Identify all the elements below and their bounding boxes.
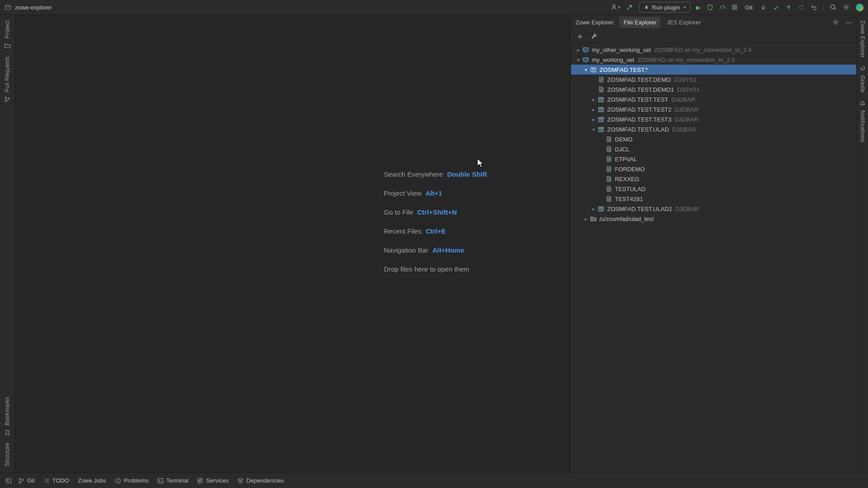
stripe-label: Notifications [859, 110, 866, 142]
stripe-item-gradle[interactable]: Gradle [859, 65, 866, 93]
left-stripe-top: ProjectPull Requests [4, 20, 11, 103]
statusbar-item-terminal[interactable]: Terminal [157, 477, 189, 484]
tree-item-suffix: D3DBAR [675, 116, 698, 123]
profiler-button[interactable] [719, 4, 726, 11]
git-push-button[interactable] [785, 4, 792, 11]
tree-row[interactable]: ZOSMFAD.TEST.DEMOD3SYS1 [571, 75, 856, 84]
statusbar-item-zowe-jobs[interactable]: Zowe Jobs [78, 477, 106, 484]
tab-file-explorer[interactable]: File Explorer [619, 17, 660, 28]
run-button[interactable]: ▶ [696, 5, 701, 10]
member-icon [605, 145, 613, 153]
tree-row[interactable]: ETPVAL [571, 154, 856, 164]
user-account-icon[interactable]: ▾ [610, 4, 621, 11]
settings-gear-icon[interactable] [843, 4, 850, 11]
statusbar-item-services[interactable]: Services [197, 477, 229, 484]
chevron-right-icon[interactable]: ▸ [590, 206, 597, 211]
chevron-right-icon[interactable]: ▸ [590, 117, 597, 122]
chevron-right-icon[interactable]: ▸ [582, 216, 590, 221]
working-set-icon [582, 56, 590, 63]
build-hammer-icon[interactable] [626, 4, 633, 11]
tree-item-suffix: D3DBAR [675, 206, 699, 212]
statusbar-item-git[interactable]: Git [18, 477, 35, 484]
tree-row[interactable]: TEST4281 [571, 194, 856, 204]
chevron-right-icon[interactable]: ▸ [590, 107, 597, 112]
window-title: zowe-explorer [15, 4, 52, 11]
app-window-icon [5, 4, 11, 11]
tree-row[interactable]: ▸ZOSMFAD.TEST.TEST3D3DBAR [571, 114, 856, 124]
tree-row[interactable]: ▸ZOSMFAD.TEST.TEST2D3DBAR [571, 104, 856, 114]
panel-settings-gear-icon[interactable] [832, 19, 839, 26]
add-icon[interactable] [577, 33, 583, 40]
statusbar-item-label: Problems [124, 477, 149, 484]
stripe-item-project[interactable]: Project [4, 20, 11, 49]
tree-item-label: /u/zosmfad/ulad_test [599, 216, 654, 222]
stripe-item-structure[interactable]: Structure [4, 443, 10, 466]
shortcut-hint-key[interactable]: Alt+Home [432, 246, 464, 254]
run-configuration-select[interactable]: Run plugin ▾ [639, 2, 690, 13]
tree-row[interactable]: REXXEG [571, 174, 856, 184]
problems-icon [115, 478, 121, 484]
tree-row[interactable]: ▾ZOSMFAD.TEST.* [571, 65, 856, 75]
tab-jes-explorer[interactable]: JES Explorer [662, 17, 705, 28]
todo-icon [43, 478, 50, 484]
stripe-label: Project [4, 20, 10, 38]
editor-area: Search EverywhereDouble ShiftProject Vie… [15, 15, 571, 473]
left-toolwindow-stripe: ProjectPull Requests BookmarksStructure [0, 15, 15, 473]
shortcut-hint-key[interactable]: Ctrl+E [425, 227, 446, 235]
panel-tabs: File ExplorerJES Explorer [619, 17, 705, 28]
tree-row[interactable]: ▾ZOSMFAD.TEST.ULADD3DBAR [571, 124, 856, 134]
dataset-icon [597, 96, 605, 103]
tree-row[interactable]: FORDEMO [571, 164, 856, 174]
tree-item-suffix: ZOSMFAD on my_connection_to_2.3 [637, 56, 735, 63]
shortcut-hint-label: Recent Files [384, 227, 421, 235]
tree-row[interactable]: DEMO [571, 134, 856, 144]
tree-row[interactable]: ▸ZOSMFAD.TEST.TESTD3DBAR [571, 94, 856, 104]
search-everywhere-icon[interactable] [830, 4, 837, 11]
chevron-down-icon[interactable]: ▾ [582, 67, 590, 72]
stripe-label: Zowe Explorer [859, 20, 866, 58]
stop-button[interactable] [732, 5, 737, 10]
statusbar-item-problems[interactable]: Problems [115, 477, 149, 484]
run-configuration-label: Run plugin [652, 4, 680, 11]
tree-row[interactable]: TESTULAD [571, 184, 856, 194]
statusbar-item-dependencies[interactable]: Dependencies [237, 477, 284, 484]
stripe-item-notifications[interactable]: Notifications [859, 100, 866, 142]
git-commit-button[interactable] [773, 4, 779, 11]
user-avatar[interactable] [856, 4, 863, 11]
tree-row[interactable]: DJCL [571, 144, 856, 154]
chevron-down-icon[interactable]: ▾ [575, 57, 582, 62]
toolwindow-layout-icon[interactable] [5, 478, 12, 484]
run-coverage-button[interactable] [707, 4, 713, 11]
tree-item-label: my_other_working_set [592, 47, 651, 53]
tree-row[interactable]: ▾my_working_setZOSMFAD on my_connection_… [571, 55, 856, 65]
tree-row[interactable]: ▸my_other_working_setZOSMFAD on my_conne… [571, 45, 856, 55]
stripe-item-zowe-explorer[interactable]: Zowe Explorer [859, 20, 866, 58]
shortcut-hint-key[interactable]: Double Shift [447, 170, 487, 178]
shortcut-hint-key[interactable]: Ctrl+Shift+N [417, 208, 457, 216]
chevron-right-icon[interactable]: ▸ [590, 97, 597, 102]
tree-row[interactable]: ▸/u/zosmfad/ulad_test [571, 214, 856, 224]
tree-row[interactable]: ▸ZOSMFAD.TEST.ULAD2D3DBAR [571, 204, 856, 214]
git-branch-icon [4, 96, 10, 103]
drop-files-hint: Drop files here to open them [384, 259, 487, 278]
chevron-down-icon[interactable]: ▾ [590, 127, 597, 132]
statusbar-item-label: Dependencies [246, 477, 284, 484]
stripe-item-bookmarks[interactable]: Bookmarks [4, 397, 10, 436]
chevron-down-icon: ▾ [618, 5, 621, 9]
tree-row[interactable]: ZOSMFAD.TEST.DEMO1D3SYS1 [571, 84, 856, 94]
chevron-right-icon[interactable]: ▸ [575, 47, 582, 52]
tree-item-label: ZOSMFAD.TEST.TEST [607, 96, 668, 103]
statusbar-item-todo[interactable]: TODO [43, 477, 69, 484]
git-history-button[interactable] [798, 4, 805, 11]
titlebar-toolbar: ▾ Run plugin ▾ ▶ Git: [610, 2, 863, 13]
git-update-button[interactable] [760, 4, 767, 11]
tree: ▸my_other_working_setZOSMFAD on my_conne… [571, 43, 856, 473]
tree-item-label: ZOSMFAD.TEST.TEST3 [607, 116, 671, 123]
hide-panel-icon[interactable]: — [846, 19, 852, 26]
wrench-settings-icon[interactable] [591, 33, 598, 40]
shortcut-hint-key[interactable]: Alt+1 [425, 189, 442, 197]
stripe-label: Gradle [859, 75, 866, 93]
undo-button[interactable] [811, 4, 817, 11]
right-stripe-items: Zowe ExplorerGradleNotifications [859, 20, 866, 142]
stripe-item-pull-requests[interactable]: Pull Requests [4, 56, 10, 103]
